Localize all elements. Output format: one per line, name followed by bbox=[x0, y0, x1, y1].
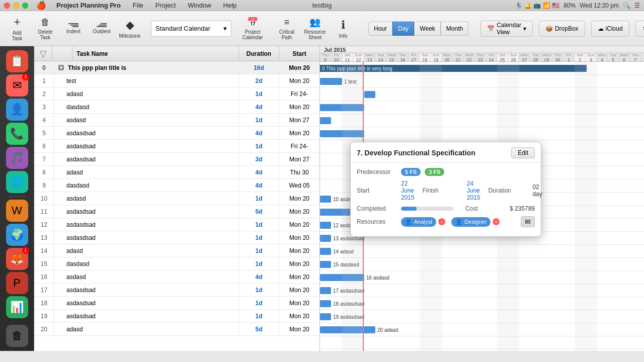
sidebar-icon-web[interactable]: 🌐 bbox=[6, 171, 28, 193]
sidebar-icon-present[interactable]: P bbox=[6, 272, 28, 294]
duration-value: 02 day bbox=[532, 184, 542, 198]
menu-help[interactable]: Help bbox=[221, 1, 239, 10]
day-view-button[interactable]: Day bbox=[392, 22, 414, 36]
dropbox-button[interactable]: 📦 DropBox bbox=[539, 21, 585, 37]
gantt-task-bar[interactable]: 1 test bbox=[320, 78, 342, 85]
sidebar-icon-trash[interactable]: 🗑 bbox=[6, 325, 28, 347]
task-row[interactable]: 17asdasdsad1dMon 20 bbox=[34, 284, 319, 297]
resource1-close-button[interactable]: × bbox=[438, 218, 445, 225]
task-row-number: 20 bbox=[34, 323, 54, 335]
list-icon[interactable]: ☰ bbox=[634, 2, 640, 9]
resource2-button[interactable]: 👤 Designer bbox=[451, 217, 491, 227]
task-row-duration: 5d bbox=[239, 205, 279, 218]
gantt-task-bar[interactable]: 14 adasd bbox=[320, 248, 331, 255]
task-row[interactable]: 18asdasdsad1dMon 20 bbox=[34, 297, 319, 310]
menu-app-name[interactable]: Project Planning Pro bbox=[54, 1, 123, 10]
critical-path-button[interactable]: ≡ Critical Path bbox=[274, 14, 300, 43]
expand-button[interactable]: ▾ bbox=[58, 65, 64, 70]
task-row[interactable]: 20adasd5dMon 20 bbox=[34, 323, 319, 336]
gantt-task-bar[interactable] bbox=[320, 104, 364, 111]
gantt-task-bar[interactable]: 13 asdasdsad bbox=[320, 235, 331, 242]
sidebar-icon-browser[interactable]: 🌍 bbox=[6, 224, 28, 246]
sidebar-icon-schedule[interactable]: 📋 bbox=[6, 50, 28, 72]
add-task-button[interactable]: + Add Task bbox=[4, 14, 30, 43]
gantt-task-bar[interactable]: 17 asdasdsad bbox=[320, 287, 331, 294]
gantt-task-bar[interactable]: 12 asdasdsad bbox=[320, 222, 331, 229]
filter-column[interactable]: ▽ bbox=[34, 46, 52, 61]
week-view-button[interactable]: Week bbox=[414, 22, 440, 36]
gantt-day-cell: Mon27 bbox=[519, 53, 530, 61]
popup-header: 7. Develop Functional Specification Edit bbox=[351, 142, 541, 163]
gantt-task-bar[interactable]: 18 asdasdsad bbox=[320, 300, 331, 307]
close-button[interactable] bbox=[4, 3, 10, 9]
resource-sheet-button[interactable]: 👥 Resource Sheet bbox=[302, 14, 328, 43]
sidebar-icon-firefox[interactable]: 🦊 1 bbox=[6, 248, 28, 270]
tag-3fs[interactable]: 3 FS bbox=[425, 168, 444, 176]
info-button[interactable]: ℹ Info bbox=[330, 14, 356, 43]
task-row-start: Mon 20 bbox=[279, 205, 319, 218]
task-row-number: 16 bbox=[34, 270, 54, 283]
task-row[interactable]: 3dasdasd4dMon 20 bbox=[34, 101, 319, 114]
task-row[interactable]: 4asdasd1dMon 27 bbox=[34, 114, 319, 127]
menu-file[interactable]: File bbox=[131, 1, 145, 10]
task-row[interactable]: 8adasd4dThu 30 bbox=[34, 166, 319, 179]
icloud-button[interactable]: ☁ iCloud bbox=[591, 21, 629, 37]
gantt-task-bar[interactable]: 10 asdasd bbox=[320, 196, 331, 203]
sidebar-icon-project[interactable]: 📊 bbox=[6, 296, 28, 318]
task-row-name: adasd bbox=[54, 244, 239, 257]
gantt-month-row: Jul 2015 bbox=[320, 46, 644, 53]
search-icon[interactable]: 🔍 bbox=[623, 2, 630, 9]
task-row[interactable]: 5asdasdsad4dMon 20 bbox=[34, 127, 319, 140]
calendar-view-button[interactable]: 📅 Calendar View ▾ bbox=[480, 21, 533, 37]
task-row[interactable]: 10asdasd1dMon 20 bbox=[34, 192, 319, 205]
menu-window[interactable]: Window bbox=[186, 1, 213, 10]
gantt-day-cell: Thu23 bbox=[475, 53, 486, 61]
apple-menu-icon[interactable]: 🍎 bbox=[36, 1, 46, 10]
task-row[interactable]: 12asdasdsad1dMon 20 bbox=[34, 218, 319, 231]
minimize-button[interactable] bbox=[13, 3, 19, 9]
popup-edit-button[interactable]: Edit bbox=[511, 147, 535, 158]
sidebar-icon-contacts[interactable]: 👤 bbox=[6, 99, 28, 121]
hour-view-button[interactable]: Hour bbox=[368, 22, 392, 36]
delete-task-button[interactable]: 🗑 Delete Task bbox=[32, 14, 58, 43]
gantt-task-bar[interactable]: 15 dasdasd bbox=[320, 261, 331, 268]
upload-icon: ⬆ bbox=[642, 25, 644, 32]
sidebar-icon-music[interactable]: 🎵 bbox=[6, 147, 28, 169]
task-row[interactable]: 11asdasdsad5dMon 20 bbox=[34, 205, 319, 218]
menu-project[interactable]: Project bbox=[153, 1, 178, 10]
resource1-button[interactable]: 👤 Analyst bbox=[401, 217, 436, 227]
task-row[interactable]: 1test2dMon 20 bbox=[34, 74, 319, 87]
task-row[interactable]: 0▾This ppp plan title is16dMon 20 bbox=[34, 61, 319, 74]
sidebar-icon-word[interactable]: W bbox=[6, 200, 28, 222]
gantt-task-bar[interactable] bbox=[320, 117, 331, 124]
task-row[interactable]: 9dasdasd4dWed 05 bbox=[34, 179, 319, 192]
task-row[interactable]: 13asdasdsad1dMon 20 bbox=[34, 231, 319, 244]
gantt-task-bar[interactable]: 16 asdasd bbox=[320, 274, 364, 281]
gantt-task-bar[interactable]: 20 adasd bbox=[320, 326, 375, 333]
gantt-task-bar[interactable] bbox=[364, 91, 375, 98]
month-view-button[interactable]: Month bbox=[441, 22, 468, 36]
task-row[interactable]: 7asdasdsad3dMon 27 bbox=[34, 153, 319, 166]
add-resource-button[interactable]: ✉ bbox=[521, 216, 535, 227]
task-row[interactable]: 15dasdasd1dMon 20 bbox=[34, 257, 319, 270]
task-row[interactable]: 14adasd1dMon 20 bbox=[34, 244, 319, 257]
task-row[interactable]: 2adasd1dFri 24- bbox=[34, 87, 319, 101]
task-row[interactable]: 16asdasd4dMon 20 bbox=[34, 270, 319, 284]
gantt-day-cell: Wed29 bbox=[541, 53, 552, 61]
resource2-close-button[interactable]: × bbox=[493, 218, 500, 225]
tag-5fs[interactable]: 5 FS bbox=[401, 168, 421, 176]
outdent-button[interactable]: Outdent bbox=[89, 14, 115, 43]
sidebar-icon-phone[interactable]: 📞 bbox=[6, 123, 28, 145]
maximize-button[interactable] bbox=[22, 3, 28, 9]
indent-button[interactable]: Indent bbox=[60, 14, 87, 43]
project-calendar-button[interactable]: 📅 Project Calendar bbox=[239, 14, 266, 43]
milestone-button[interactable]: ◆ Milestone bbox=[117, 14, 143, 43]
sidebar-icon-messages[interactable]: ✉ 3 bbox=[6, 74, 28, 97]
gantt-bar-label: 19 asdasdsad bbox=[331, 314, 364, 320]
gantt-task-bar[interactable] bbox=[320, 130, 364, 137]
upload-button[interactable]: ⬆ Upload to iCloud bbox=[635, 21, 644, 37]
task-row[interactable]: 6asdasdsad1dFri 24- bbox=[34, 140, 319, 153]
task-row[interactable]: 19asdasdsad1dMon 20 bbox=[34, 310, 319, 323]
gantt-task-bar[interactable]: 19 asdasdsad bbox=[320, 313, 331, 320]
calendar-selector[interactable]: Standard Calendar ▾ bbox=[151, 21, 231, 37]
